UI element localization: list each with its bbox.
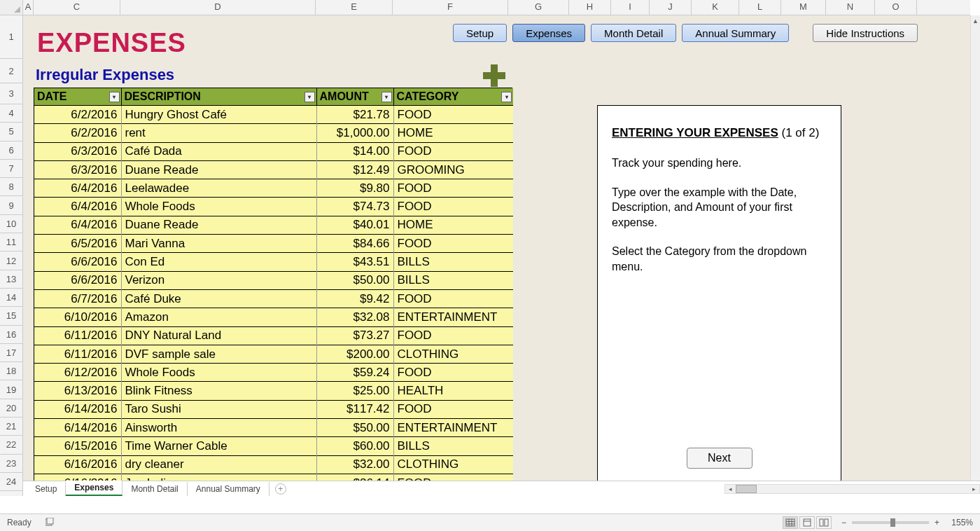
scroll-right-icon[interactable]: ▸ <box>969 485 979 493</box>
view-page-layout-icon[interactable] <box>799 516 815 529</box>
col-header-L[interactable]: L <box>739 0 781 15</box>
col-header-F[interactable]: F <box>393 0 508 15</box>
view-normal-icon[interactable] <box>783 516 798 529</box>
col-header-H[interactable]: H <box>569 0 611 15</box>
cell-date[interactable]: 6/4/2016 <box>34 216 121 234</box>
cell-category[interactable]: CLOTHING <box>393 455 513 474</box>
add-row-icon[interactable] <box>483 64 507 88</box>
row-header-24[interactable]: 24 <box>0 473 22 491</box>
cell-date[interactable]: 6/4/2016 <box>34 198 121 216</box>
col-header-A[interactable]: A <box>23 0 34 15</box>
col-header-J[interactable]: J <box>650 0 692 15</box>
cell-amount[interactable]: $25.00 <box>316 382 393 400</box>
select-all-corner[interactable] <box>0 0 23 15</box>
cell-description[interactable]: Duane Reade <box>121 160 316 179</box>
col-header-M[interactable]: M <box>781 0 826 15</box>
nav-month-detail-button[interactable]: Month Detail <box>591 24 676 42</box>
cell-category[interactable]: HEALTH <box>393 382 513 400</box>
cell-date[interactable]: 6/12/2016 <box>34 364 121 382</box>
zoom-slider[interactable] <box>852 521 929 524</box>
cell-category[interactable]: BILLS <box>393 437 513 455</box>
cell-category[interactable]: FOOD <box>393 400 513 418</box>
table-row[interactable]: 6/4/2016Whole Foods$74.73FOOD <box>34 198 513 216</box>
cell-category[interactable]: HOME <box>393 124 513 142</box>
cell-description[interactable]: Time Warner Cable <box>121 437 316 455</box>
cell-description[interactable]: Café Duke <box>121 289 316 308</box>
row-header-7[interactable]: 7 <box>0 160 22 178</box>
table-row[interactable]: 6/3/2016Café Dada$14.00FOOD <box>34 142 513 160</box>
cell-category[interactable]: ENTERTAINMENT <box>393 308 513 326</box>
row-header-4[interactable]: 4 <box>0 104 22 123</box>
cell-category[interactable]: FOOD <box>393 142 513 160</box>
instructions-next-button[interactable]: Next <box>687 448 752 469</box>
cell-category[interactable]: ENTERTAINMENT <box>393 419 513 437</box>
sheet-tab-month-detail[interactable]: Month Detail <box>122 482 187 496</box>
table-row[interactable]: 6/4/2016Leelawadee$9.80FOOD <box>34 179 513 198</box>
sheet-canvas[interactable]: EXPENSES Irregular Expenses Setup Expens… <box>23 15 970 496</box>
nav-setup-button[interactable]: Setup <box>453 24 507 42</box>
row-header-6[interactable]: 6 <box>0 142 22 160</box>
sheet-tab-setup[interactable]: Setup <box>27 482 66 496</box>
row-header-14[interactable]: 14 <box>0 289 22 307</box>
cell-date[interactable]: 6/11/2016 <box>34 326 121 345</box>
col-header-E[interactable]: E <box>316 0 393 15</box>
table-row[interactable]: 6/12/2016Whole Foods$59.24FOOD <box>34 364 513 382</box>
cell-amount[interactable]: $200.00 <box>316 345 393 363</box>
col-header-D[interactable]: D <box>120 0 316 15</box>
row-header-12[interactable]: 12 <box>0 251 22 270</box>
row-header-25[interactable]: 25 <box>0 491 22 496</box>
cell-description[interactable]: Taro Sushi <box>121 400 316 418</box>
sheet-tab-annual-summary[interactable]: Annual Summary <box>188 482 270 496</box>
cell-date[interactable]: 6/7/2016 <box>34 289 121 308</box>
column-headers[interactable]: ACDEFGHIJKLMNO <box>23 0 970 15</box>
row-header-22[interactable]: 22 <box>0 436 22 454</box>
row-header-10[interactable]: 10 <box>0 215 22 233</box>
cell-date[interactable]: 6/4/2016 <box>34 179 121 198</box>
col-header-amount[interactable]: AMOUNT▾ <box>316 88 393 106</box>
row-headers[interactable]: 1234567891011121314151617181920212223242… <box>0 15 23 496</box>
cell-description[interactable]: Leelawadee <box>121 179 316 198</box>
cell-category[interactable]: BILLS <box>393 253 513 271</box>
filter-icon[interactable]: ▾ <box>501 92 512 102</box>
nav-annual-summary-button[interactable]: Annual Summary <box>682 24 789 42</box>
cell-category[interactable]: BILLS <box>393 271 513 289</box>
cell-description[interactable]: DNY Natural Land <box>121 326 316 345</box>
table-row[interactable]: 6/2/2016Hungry Ghost Café$21.78FOOD <box>34 106 513 124</box>
row-header-2[interactable]: 2 <box>0 59 22 83</box>
table-row[interactable]: 6/14/2016Taro Sushi$117.42FOOD <box>34 400 513 418</box>
table-row[interactable]: 6/4/2016Duane Reade$40.01HOME <box>34 216 513 234</box>
nav-expenses-button[interactable]: Expenses <box>512 24 585 42</box>
cell-date[interactable]: 6/6/2016 <box>34 253 121 271</box>
row-header-5[interactable]: 5 <box>0 123 22 141</box>
row-header-16[interactable]: 16 <box>0 326 22 344</box>
cell-category[interactable]: FOOD <box>393 106 513 124</box>
col-header-category[interactable]: CATEGORY▾ <box>393 88 513 106</box>
macro-recorder-icon[interactable] <box>46 518 55 528</box>
zoom-in-icon[interactable]: + <box>934 518 939 527</box>
cell-category[interactable]: FOOD <box>393 326 513 345</box>
table-row[interactable]: 6/3/2016Duane Reade$12.49GROOMING <box>34 160 513 179</box>
cell-date[interactable]: 6/14/2016 <box>34 419 121 437</box>
col-header-C[interactable]: C <box>34 0 120 15</box>
cell-category[interactable]: FOOD <box>393 179 513 198</box>
cell-date[interactable]: 6/14/2016 <box>34 400 121 418</box>
filter-icon[interactable]: ▾ <box>109 92 120 102</box>
cell-amount[interactable]: $50.00 <box>316 419 393 437</box>
zoom-percent[interactable]: 155% <box>945 518 973 527</box>
cell-amount[interactable]: $59.24 <box>316 364 393 382</box>
cell-amount[interactable]: $40.01 <box>316 216 393 234</box>
col-header-G[interactable]: G <box>508 0 569 15</box>
table-row[interactable]: 6/11/2016DNY Natural Land$73.27FOOD <box>34 326 513 345</box>
table-row[interactable]: 6/15/2016Time Warner Cable$60.00BILLS <box>34 437 513 455</box>
col-header-N[interactable]: N <box>826 0 875 15</box>
row-header-3[interactable]: 3 <box>0 83 22 104</box>
cell-date[interactable]: 6/15/2016 <box>34 437 121 455</box>
cell-category[interactable]: CLOTHING <box>393 345 513 363</box>
cell-amount[interactable]: $50.00 <box>316 271 393 289</box>
cell-amount[interactable]: $9.80 <box>316 179 393 198</box>
cell-category[interactable]: GROOMING <box>393 160 513 179</box>
row-header-20[interactable]: 20 <box>0 399 22 418</box>
cell-category[interactable]: HOME <box>393 216 513 234</box>
cell-category[interactable]: FOOD <box>393 198 513 216</box>
cell-amount[interactable]: $12.49 <box>316 160 393 179</box>
